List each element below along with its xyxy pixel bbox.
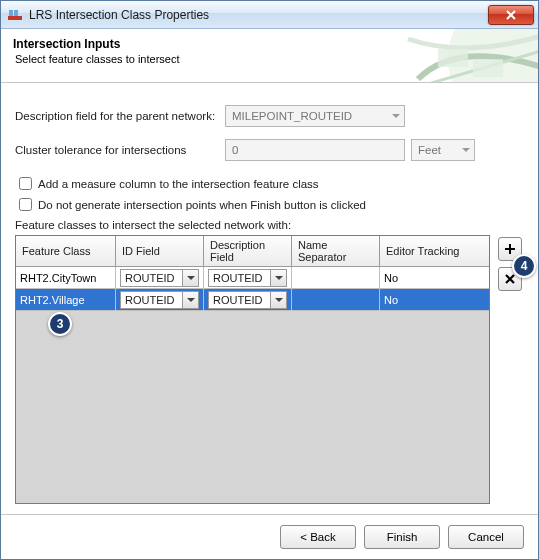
finish-button[interactable]: Finish [364,525,440,549]
id-field-combo[interactable]: ROUTEID [120,291,199,309]
window-title: LRS Intersection Class Properties [29,8,488,22]
cluster-value-field[interactable]: 0 [225,139,405,161]
desc-field-combo[interactable]: MILEPOINT_ROUTEID [225,105,405,127]
svg-rect-0 [8,16,22,20]
cell-name-separator[interactable] [292,289,380,310]
table-row[interactable]: RHT2.CityTown ROUTEID ROUTEID [16,267,489,289]
grid-wrap: Feature Class ID Field Description Field… [15,235,524,504]
table-row[interactable]: RHT2.Village ROUTEID ROUTEID [16,289,489,311]
feature-class-grid: Feature Class ID Field Description Field… [15,235,490,504]
app-icon [7,7,23,23]
chevron-down-icon [270,292,286,308]
cancel-button[interactable]: Cancel [448,525,524,549]
row-description-field: Description field for the parent network… [15,105,524,127]
id-field-combo[interactable]: ROUTEID [120,269,199,287]
chevron-down-icon [182,292,198,308]
grid-body: RHT2.CityTown ROUTEID ROUTEID [16,267,489,503]
row-cluster-tolerance: Cluster tolerance for intersections 0 Fe… [15,139,524,161]
dialog-window: LRS Intersection Class Properties Inters… [0,0,539,560]
close-button[interactable] [488,5,534,25]
svg-rect-5 [438,49,468,67]
cell-description-field: ROUTEID [204,267,292,288]
plus-icon [504,243,516,255]
cell-editor-tracking: No [380,267,489,288]
cell-feature-class: RHT2.Village [16,289,116,310]
col-name-separator[interactable]: Name Separator [292,236,380,266]
dialog-footer: < Back Finish Cancel [1,514,538,559]
close-icon [505,9,517,21]
col-description-field[interactable]: Description Field [204,236,292,266]
no-generate-label: Do not generate intersection points when… [38,199,366,211]
callout-3: 3 [48,312,72,336]
chevron-down-icon [182,270,198,286]
x-icon [504,273,516,285]
cluster-unit-value: Feet [418,144,441,156]
cell-description-field: ROUTEID [204,289,292,310]
description-field-combo[interactable]: ROUTEID [208,269,287,287]
cluster-value: 0 [232,144,238,156]
svg-rect-2 [14,10,18,16]
cluster-label: Cluster tolerance for intersections [15,144,225,156]
desc-field-value: MILEPOINT_ROUTEID [232,110,352,122]
cell-name-separator[interactable] [292,267,380,288]
description-field-combo[interactable]: ROUTEID [208,291,287,309]
col-editor-tracking[interactable]: Editor Tracking [380,236,489,266]
chevron-down-icon [392,112,400,120]
chevron-down-icon [270,270,286,286]
content-area: Description field for the parent network… [1,83,538,514]
chevron-down-icon [462,146,470,154]
svg-rect-6 [473,59,503,77]
no-generate-checkbox[interactable] [19,198,32,211]
row-check-nogen: Do not generate intersection points when… [15,198,524,211]
col-feature-class[interactable]: Feature Class [16,236,116,266]
back-button[interactable]: < Back [280,525,356,549]
cell-editor-tracking: No [380,289,489,310]
svg-rect-1 [9,10,13,16]
cell-id-field: ROUTEID [116,289,204,310]
row-check-measure: Add a measure column to the intersection… [15,177,524,190]
grid-label: Feature classes to intersect the selecte… [15,219,524,231]
add-measure-checkbox[interactable] [19,177,32,190]
cell-feature-class: RHT2.CityTown [16,267,116,288]
titlebar: LRS Intersection Class Properties [1,1,538,29]
cluster-unit-combo[interactable]: Feet [411,139,475,161]
banner-decoration [398,29,538,82]
desc-label: Description field for the parent network… [15,110,225,122]
callout-4: 4 [512,254,536,278]
grid-header: Feature Class ID Field Description Field… [16,236,489,267]
wizard-banner: Intersection Inputs Select feature class… [1,29,538,83]
col-id-field[interactable]: ID Field [116,236,204,266]
cell-id-field: ROUTEID [116,267,204,288]
add-measure-label: Add a measure column to the intersection… [38,178,319,190]
